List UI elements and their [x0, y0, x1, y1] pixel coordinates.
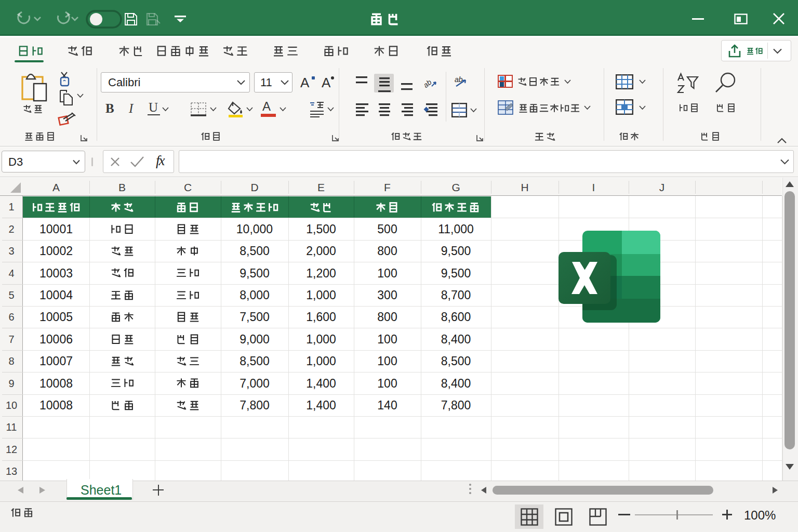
svg-text:ab: ab — [421, 78, 433, 89]
